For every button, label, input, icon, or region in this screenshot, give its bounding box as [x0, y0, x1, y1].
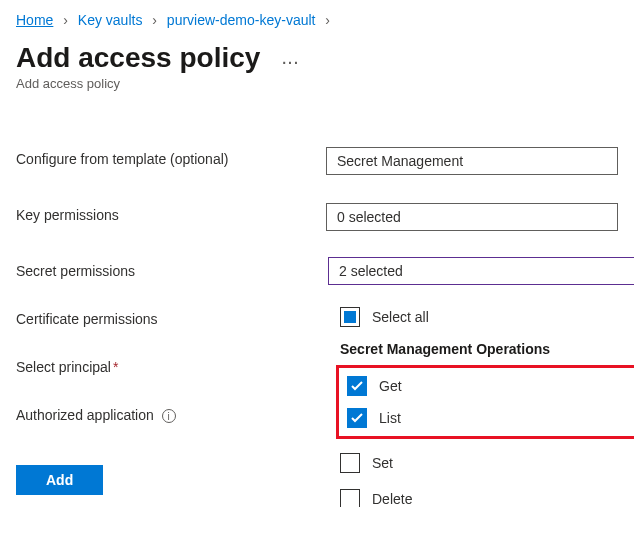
breadcrumb: Home › Key vaults › purview-demo-key-vau… — [16, 12, 618, 28]
required-indicator: * — [113, 359, 118, 375]
select-all-label: Select all — [372, 309, 429, 325]
page-title: Add access policy — [16, 42, 260, 74]
permission-option-list[interactable]: List — [343, 402, 634, 434]
permission-option-delete[interactable]: Delete — [328, 481, 634, 507]
select-principal-label: Select principal* — [16, 355, 326, 375]
chevron-right-icon: › — [63, 12, 68, 28]
checkbox-checked-icon — [347, 408, 367, 428]
secret-permissions-dropdown: 2 selected Select all Secret Management … — [328, 257, 634, 507]
page-subtitle: Add access policy — [16, 76, 618, 91]
checkbox-empty-icon — [340, 489, 360, 507]
option-label: Delete — [372, 491, 412, 507]
option-label: List — [379, 410, 401, 426]
select-all-option[interactable]: Select all — [328, 299, 634, 335]
breadcrumb-keyvaults[interactable]: Key vaults — [78, 12, 143, 28]
template-label: Configure from template (optional) — [16, 147, 326, 167]
secret-permissions-label: Secret permissions — [16, 259, 326, 279]
template-select[interactable]: Secret Management — [326, 147, 618, 175]
secret-permissions-select[interactable]: 2 selected — [328, 257, 634, 285]
checkbox-partial-icon — [340, 307, 360, 327]
chevron-right-icon: › — [325, 12, 330, 28]
certificate-permissions-label: Certificate permissions — [16, 307, 326, 327]
option-label: Set — [372, 455, 393, 471]
authorized-application-label: Authorized application i — [16, 403, 326, 423]
more-actions-button[interactable]: ··· — [282, 55, 300, 71]
option-label: Get — [379, 378, 402, 394]
permission-option-set[interactable]: Set — [328, 445, 634, 481]
permission-group-header: Secret Management Operations — [328, 335, 634, 365]
info-icon[interactable]: i — [162, 409, 176, 423]
chevron-right-icon: › — [152, 12, 157, 28]
breadcrumb-home[interactable]: Home — [16, 12, 53, 28]
breadcrumb-vaultname[interactable]: purview-demo-key-vault — [167, 12, 316, 28]
add-button[interactable]: Add — [16, 465, 103, 495]
checkbox-checked-icon — [347, 376, 367, 396]
highlight-annotation: Get List — [336, 365, 634, 439]
key-permissions-label: Key permissions — [16, 203, 326, 223]
permission-option-get[interactable]: Get — [343, 370, 634, 402]
key-permissions-select[interactable]: 0 selected — [326, 203, 618, 231]
checkbox-empty-icon — [340, 453, 360, 473]
